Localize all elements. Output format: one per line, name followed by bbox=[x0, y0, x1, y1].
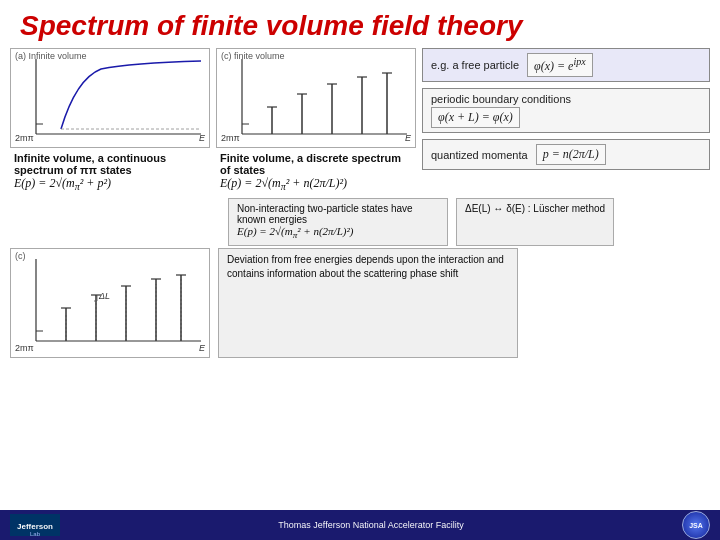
bottom-svg: ΔL bbox=[11, 249, 210, 358]
svg-text:Lab: Lab bbox=[30, 531, 41, 536]
eg-formula: φ(x) = eipx bbox=[527, 53, 593, 77]
fin-y-axis-label: 2mπ bbox=[221, 133, 240, 143]
infinite-volume-formula: E(p) = 2√(mπ² + p²) bbox=[14, 176, 111, 190]
quantized-formula: p = n(2π/L) bbox=[536, 144, 606, 165]
infinite-volume-desc: Infinite volume, a continuous spectrum o… bbox=[10, 148, 210, 196]
quantized-box: quantized momenta p = n(2π/L) bbox=[422, 139, 710, 170]
footer-left: Jefferson Lab bbox=[10, 514, 60, 536]
finite-volume-strong-label: Finite volume, a discrete spectrum of st… bbox=[220, 152, 401, 176]
svg-text:ΔL: ΔL bbox=[98, 291, 110, 301]
deviation-label: Deviation from free energies depends upo… bbox=[227, 254, 504, 279]
inf-y-axis-label: 2mπ bbox=[15, 133, 34, 143]
bottom-graph: (c) 2mπ E bbox=[10, 248, 210, 358]
pbc-formula: φ(x + L) = φ(x) bbox=[431, 107, 520, 128]
noninteracting-label: Non-interacting two-particle states have… bbox=[237, 203, 413, 225]
bottom-graph-label: (c) bbox=[15, 251, 26, 261]
pbc-label: periodic boundary conditions bbox=[431, 93, 701, 105]
finite-volume-graph-label: (c) finite volume bbox=[221, 51, 285, 61]
middle-row: Non-interacting two-particle states have… bbox=[0, 198, 720, 245]
bottom-y-axis-label: 2mπ bbox=[15, 343, 34, 353]
info-panel: e.g. a free particle φ(x) = eipx periodi… bbox=[422, 48, 710, 196]
inf-x-axis-label: E bbox=[199, 133, 205, 143]
footer-text: Thomas Jefferson National Accelerator Fa… bbox=[60, 520, 682, 530]
eg-free-particle-box: e.g. a free particle φ(x) = eipx bbox=[422, 48, 710, 82]
infinite-volume-strong-label: Infinite volume, a continuous spectrum o… bbox=[14, 152, 166, 176]
pbc-box: periodic boundary conditions φ(x + L) = … bbox=[422, 88, 710, 133]
quantized-label: quantized momenta bbox=[431, 149, 528, 161]
footer: Jefferson Lab Thomas Jefferson National … bbox=[0, 510, 720, 540]
bottom-x-axis-label: E bbox=[199, 343, 205, 353]
svg-text:Jefferson: Jefferson bbox=[17, 522, 53, 531]
fin-vol-svg bbox=[217, 49, 416, 148]
luscher-label: ΔE(L) ↔ δ(E) : Lüscher method bbox=[465, 203, 605, 214]
page-title: Spectrum of finite volume field theory bbox=[0, 0, 720, 48]
fin-x-axis-label: E bbox=[405, 133, 411, 143]
jsa-text: JSA bbox=[689, 522, 703, 529]
infinite-volume-graph-wrap: (a) Infinite volume 2mπ E Infinite volum… bbox=[10, 48, 210, 196]
deviation-box: Deviation from free energies depends upo… bbox=[218, 248, 518, 358]
infinite-volume-graph-label: (a) Infinite volume bbox=[15, 51, 87, 61]
noninteracting-box: Non-interacting two-particle states have… bbox=[228, 198, 448, 245]
noninteracting-formula: E(p) = 2√(mπ² + n(2π/L)²) bbox=[237, 225, 353, 237]
jsa-badge: JSA bbox=[682, 511, 710, 539]
luscher-box: ΔE(L) ↔ δ(E) : Lüscher method bbox=[456, 198, 614, 245]
finite-volume-formula: E(p) = 2√(mπ² + n(2π/L)²) bbox=[220, 176, 347, 190]
jlab-logo-icon: Jefferson Lab bbox=[10, 514, 60, 536]
bottom-graph-wrap: (c) 2mπ E bbox=[10, 248, 210, 358]
finite-volume-graph-wrap: (c) finite volume 2mπ E bbox=[216, 48, 416, 196]
finite-volume-graph: (c) finite volume 2mπ E bbox=[216, 48, 416, 148]
inf-vol-svg bbox=[11, 49, 210, 148]
eg-label: e.g. a free particle bbox=[431, 59, 519, 71]
bottom-row: (c) 2mπ E bbox=[0, 248, 720, 358]
infinite-volume-graph: (a) Infinite volume 2mπ E bbox=[10, 48, 210, 148]
finite-volume-desc: Finite volume, a discrete spectrum of st… bbox=[216, 148, 416, 196]
